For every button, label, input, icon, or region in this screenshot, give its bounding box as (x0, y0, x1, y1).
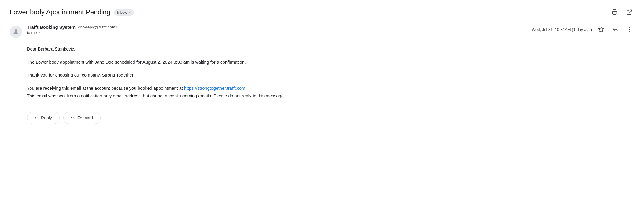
body-appointment: The Lower body appointment with Jane Doe… (27, 59, 634, 66)
svg-point-5 (15, 29, 17, 32)
body-greeting: Dear Barbara Stankovic, (27, 45, 634, 53)
star-icon (598, 26, 604, 32)
star-button[interactable] (596, 25, 606, 34)
body-link[interactable]: https://strongtogether.trafft.com (184, 86, 245, 91)
more-options-button[interactable] (624, 25, 634, 34)
email-body: Dear Barbara Stankovic, The Lower body a… (10, 45, 634, 100)
reply-forward-area: ↩ Reply ↪ Forward (10, 112, 634, 124)
svg-point-9 (629, 31, 630, 32)
svg-point-7 (629, 27, 630, 28)
inbox-badge-close[interactable]: × (129, 10, 131, 15)
forward-btn-label: Forward (77, 115, 93, 120)
forward-btn-icon: ↪ (71, 115, 75, 121)
header-actions (610, 7, 634, 17)
email-subject: Lower body Appointment Pending (10, 8, 110, 16)
svg-line-4 (629, 10, 631, 13)
sender-info: Trafft Booking System <no-reply@trafft.c… (27, 25, 532, 35)
svg-point-8 (629, 29, 630, 30)
avatar-icon (12, 28, 20, 36)
svg-rect-2 (613, 13, 616, 15)
chevron-down-icon: ▾ (38, 31, 40, 35)
to-me-row[interactable]: to me ▾ (27, 30, 532, 35)
sender-name-row: Trafft Booking System <no-reply@trafft.c… (27, 25, 532, 30)
svg-marker-6 (599, 27, 604, 32)
sender-name: Trafft Booking System (27, 25, 76, 30)
print-icon (612, 9, 618, 15)
to-me-label: to me (27, 30, 37, 35)
sender-email: <no-reply@trafft.com> (78, 25, 117, 29)
email-timestamp: Wed, Jul 31, 10:31AM (1 day ago) (532, 27, 592, 32)
reply-header-button[interactable] (610, 25, 620, 34)
email-view: Lower body Appointment Pending Inbox × (10, 7, 634, 124)
reply-icon (612, 26, 618, 32)
reply-btn-icon: ↩ (35, 115, 39, 121)
reply-btn-label: Reply (41, 115, 52, 120)
body-notice-post: . (245, 86, 246, 91)
body-notice-line2: This email was sent from a notification-… (27, 93, 285, 98)
print-button[interactable] (610, 7, 620, 17)
meta-right: Wed, Jul 31, 10:31AM (1 day ago) (532, 25, 634, 34)
inbox-badge[interactable]: Inbox × (114, 9, 134, 16)
body-thanks: Thank you for choosing our company, Stro… (27, 71, 634, 79)
body-notice-pre: You are receiving this email at the acco… (27, 86, 184, 91)
sender-avatar (10, 26, 22, 38)
subject-area: Lower body Appointment Pending Inbox × (10, 8, 134, 16)
new-window-button[interactable] (624, 7, 634, 17)
new-window-icon (626, 9, 632, 15)
email-meta: Trafft Booking System <no-reply@trafft.c… (10, 25, 634, 38)
email-header: Lower body Appointment Pending Inbox × (10, 7, 634, 17)
reply-button[interactable]: ↩ Reply (27, 112, 60, 124)
svg-point-3 (616, 12, 616, 13)
forward-button[interactable]: ↪ Forward (63, 112, 101, 124)
inbox-badge-label: Inbox (117, 10, 127, 15)
svg-rect-0 (613, 10, 616, 12)
more-icon (626, 26, 632, 32)
body-notice: You are receiving this email at the acco… (27, 85, 634, 100)
